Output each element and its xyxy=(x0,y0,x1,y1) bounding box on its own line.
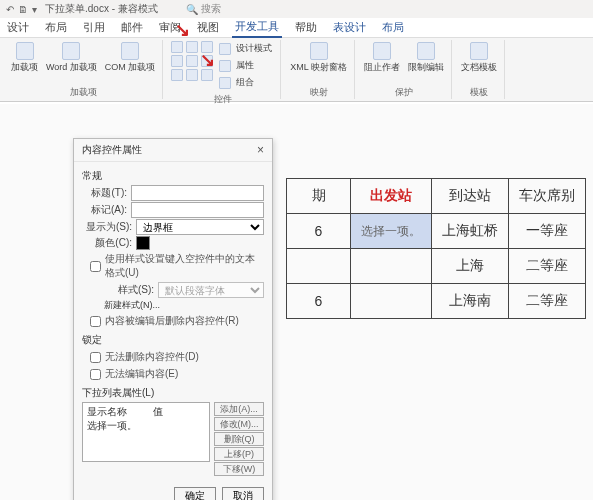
list-item[interactable]: 选择一项。 xyxy=(87,419,205,433)
move-down-button: 下移(W) xyxy=(214,462,264,476)
group-template: 文档模板 模板 xyxy=(454,40,505,99)
table-header-row: 期 出发站 到达站 车次席别 xyxy=(287,179,586,214)
properties-button[interactable]: 属性 xyxy=(217,57,276,74)
dropdown-placeholder-cell[interactable]: 选择一项。 xyxy=(351,214,432,249)
content-control-properties-dialog: 内容控件属性 × 常规 标题(T): 标记(A): 显示为(S):边界框 颜色(… xyxy=(73,138,273,500)
search-placeholder: 搜索 xyxy=(201,2,221,16)
cell[interactable]: 二等座 xyxy=(509,284,586,319)
dropdown-list[interactable]: 显示名称值 选择一项。 xyxy=(82,402,210,462)
search-box[interactable]: 🔍 搜索 xyxy=(186,2,221,16)
cell[interactable] xyxy=(287,249,351,284)
group-mapping-label: 映射 xyxy=(287,84,350,99)
list-header-name: 显示名称 xyxy=(87,405,127,419)
display-label: 显示为(S): xyxy=(82,220,132,234)
title-input[interactable] xyxy=(131,185,264,201)
group-template-label: 模板 xyxy=(458,84,500,99)
tab-developer[interactable]: 开发工具 xyxy=(232,17,282,38)
tag-label: 标记(A): xyxy=(82,203,127,217)
tab-review[interactable]: 审阅 xyxy=(156,18,184,37)
color-label: 颜色(C): xyxy=(82,236,132,250)
xml-icon xyxy=(310,42,328,60)
group-mapping: XML 映射窗格 映射 xyxy=(283,40,355,99)
display-select[interactable]: 边界框 xyxy=(136,219,264,235)
cell[interactable] xyxy=(351,249,432,284)
block-icon xyxy=(373,42,391,60)
section-general: 常规 xyxy=(82,166,264,184)
xml-mapping-button[interactable]: XML 映射窗格 xyxy=(287,40,350,76)
add-button[interactable]: 添加(A)... xyxy=(214,402,264,416)
ok-button[interactable]: 确定 xyxy=(174,487,216,500)
group-button[interactable]: 组合 xyxy=(217,74,276,91)
properties-icon xyxy=(219,60,231,72)
th-class: 车次席别 xyxy=(509,179,586,214)
close-icon[interactable]: × xyxy=(257,143,264,157)
group-protect: 阻止作者 限制编辑 保护 xyxy=(357,40,452,99)
tab-references[interactable]: 引用 xyxy=(80,18,108,37)
group-controls: 设计模式 属性 组合 控件 xyxy=(165,40,281,99)
tab-help[interactable]: 帮助 xyxy=(292,18,320,37)
th-arrival: 到达站 xyxy=(432,179,509,214)
restrict-icon xyxy=(417,42,435,60)
delete-button: 删除(Q) xyxy=(214,432,264,446)
title-bar: ↶ 🗎 ▾ 下拉菜单.docx - 兼容模式 🔍 搜索 xyxy=(0,0,593,18)
section-lock: 锁定 xyxy=(82,330,264,348)
tab-design[interactable]: 设计 xyxy=(4,18,32,37)
tab-table-design[interactable]: 表设计 xyxy=(330,18,369,37)
group-addins: 加载项 Word 加载项 COM 加载项 加载项 xyxy=(4,40,163,99)
use-style-label: 使用样式设置键入空控件中的文本格式(U) xyxy=(105,252,264,280)
move-up-button: 上移(P) xyxy=(214,447,264,461)
section-list: 下拉列表属性(L) xyxy=(82,383,264,401)
document-title: 下拉菜单.docx - 兼容模式 xyxy=(45,2,158,16)
lock-edit-label: 无法编辑内容(E) xyxy=(105,367,178,381)
lock-delete-label: 无法删除内容控件(D) xyxy=(105,350,199,364)
table-row: 上海 二等座 xyxy=(287,249,586,284)
cancel-button[interactable]: 取消 xyxy=(222,487,264,500)
design-mode-button[interactable]: 设计模式 xyxy=(217,40,276,57)
cell[interactable]: 上海 xyxy=(432,249,509,284)
cell[interactable]: 6 xyxy=(287,214,351,249)
modify-button: 修改(M)... xyxy=(214,417,264,431)
dropdown-icon[interactable]: ▾ xyxy=(32,4,37,15)
search-icon: 🔍 xyxy=(186,4,198,15)
addins-icon xyxy=(16,42,34,60)
cell[interactable]: 一等座 xyxy=(509,214,586,249)
cell[interactable] xyxy=(351,284,432,319)
tab-layout[interactable]: 布局 xyxy=(42,18,70,37)
cell[interactable]: 上海南 xyxy=(432,284,509,319)
color-swatch[interactable] xyxy=(136,236,150,250)
tab-mailings[interactable]: 邮件 xyxy=(118,18,146,37)
style-select: 默认段落字体 xyxy=(158,282,264,298)
lock-delete-checkbox[interactable] xyxy=(90,352,101,363)
save-icon[interactable]: 🗎 xyxy=(18,4,28,15)
cell[interactable]: 上海虹桥 xyxy=(432,214,509,249)
com-addins-button[interactable]: COM 加载项 xyxy=(102,40,159,76)
quick-access: ↶ 🗎 ▾ xyxy=(6,4,37,15)
template-icon xyxy=(470,42,488,60)
word-addins-icon xyxy=(62,42,80,60)
tab-table-layout[interactable]: 布局 xyxy=(379,18,407,37)
th-departure: 出发站 xyxy=(351,179,432,214)
addins-button[interactable]: 加载项 xyxy=(8,40,41,76)
data-table: 期 出发站 到达站 车次席别 6 选择一项。 上海虹桥 一等座 上海 二等座 6… xyxy=(286,178,586,319)
cell[interactable]: 二等座 xyxy=(509,249,586,284)
table-row: 6 选择一项。 上海虹桥 一等座 xyxy=(287,214,586,249)
dialog-title: 内容控件属性 xyxy=(82,143,142,157)
design-mode-icon xyxy=(219,43,231,55)
control-gallery[interactable] xyxy=(169,40,215,82)
use-style-checkbox[interactable] xyxy=(90,261,101,272)
lock-edit-checkbox[interactable] xyxy=(90,369,101,380)
undo-icon[interactable]: ↶ xyxy=(6,4,14,15)
cell[interactable]: 6 xyxy=(287,284,351,319)
remove-after-edit-checkbox[interactable] xyxy=(90,316,101,327)
list-header-value: 值 xyxy=(153,405,163,419)
new-style-link: 新建样式(N)... xyxy=(104,299,160,312)
restrict-editing-button[interactable]: 限制编辑 xyxy=(405,40,447,76)
word-addins-button[interactable]: Word 加载项 xyxy=(43,40,100,76)
tag-input[interactable] xyxy=(131,202,264,218)
tab-view[interactable]: 视图 xyxy=(194,18,222,37)
doc-template-button[interactable]: 文档模板 xyxy=(458,40,500,76)
th-date: 期 xyxy=(287,179,351,214)
com-addins-icon xyxy=(121,42,139,60)
title-label: 标题(T): xyxy=(82,186,127,200)
block-authors-button[interactable]: 阻止作者 xyxy=(361,40,403,76)
